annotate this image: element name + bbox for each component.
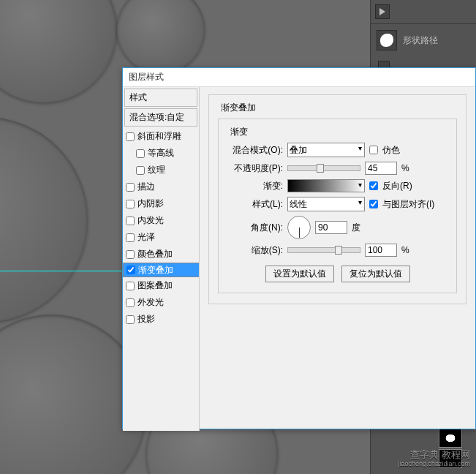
style-checkbox[interactable] [126,250,135,259]
shape-preset-icon[interactable] [377,30,397,50]
style-select[interactable]: 线性 [287,197,365,211]
gradient-overlay-group: 渐变叠加 渐变 混合模式(O): 叠加 仿色 不透明度(P): % [208,94,466,304]
style-item[interactable]: 内阴影 [123,195,199,212]
style-item-label: 外发光 [137,296,164,309]
style-item-label: 纹理 [148,164,165,176]
style-item[interactable]: 纹理 [123,162,199,178]
style-item-label: 光泽 [137,231,155,244]
style-item[interactable]: 斜面和浮雕 [123,128,199,145]
style-item[interactable]: 内发光 [123,212,199,229]
shape-circle [0,117,88,322]
blend-options-header[interactable]: 混合选项:自定 [124,108,197,127]
style-checkbox[interactable] [126,233,135,242]
layer-thumb[interactable] [439,429,462,448]
reverse-label: 反向(R) [382,180,412,192]
gradient-label: 渐变: [227,180,283,192]
style-checkbox[interactable] [136,166,145,175]
style-checkbox[interactable] [126,183,135,192]
opacity-label: 不透明度(P): [227,162,283,175]
style-checkbox[interactable] [126,200,135,208]
style-item[interactable]: 投影 [123,311,199,328]
style-item-label: 等高线 [148,147,174,159]
angle-label: 角度(N): [227,222,283,234]
angle-input[interactable] [315,221,347,234]
style-checkbox[interactable] [126,132,135,141]
styles-list: 样式 混合选项:自定 斜面和浮雕等高线纹理描边内阴影内发光光泽颜色叠加渐变叠加图… [123,87,200,431]
angle-unit: 度 [352,222,360,234]
style-checkbox[interactable] [126,266,135,274]
watermark-url: jiaocheng.chazidian.com [398,460,470,468]
style-item-label: 颜色叠加 [137,248,173,260]
layer-style-dialog: 图层样式 样式 混合选项:自定 斜面和浮雕等高线纹理描边内阴影内发光光泽颜色叠加… [122,67,476,429]
style-item-label: 内阴影 [137,198,164,210]
reverse-checkbox[interactable] [369,181,378,190]
play-icon[interactable] [375,4,390,19]
style-item-label: 投影 [137,313,155,326]
align-checkbox[interactable] [369,200,378,208]
watermark-text: 查字典 教程网 [398,449,470,461]
style-checkbox[interactable] [126,282,135,290]
shape-path-label: 形状路径 [403,34,438,47]
style-item[interactable]: 渐变叠加 [123,263,200,277]
gradient-group: 渐变 混合模式(O): 叠加 仿色 不透明度(P): % 渐变 [218,118,457,293]
scale-slider[interactable] [287,247,360,253]
shape-circle [0,0,117,102]
style-item[interactable]: 描边 [123,178,199,195]
style-item[interactable]: 光泽 [123,229,199,246]
style-item[interactable]: 图案叠加 [123,277,199,294]
reset-default-button[interactable]: 复位为默认值 [341,266,410,282]
scale-label: 缩放(S): [227,244,283,257]
options-panel: 渐变叠加 渐变 混合模式(O): 叠加 仿色 不透明度(P): % [200,87,475,431]
angle-dial[interactable] [287,216,311,239]
style-item[interactable]: 等高线 [123,145,199,162]
style-checkbox[interactable] [126,298,135,307]
section-title: 渐变叠加 [218,102,259,114]
align-label: 与图层对齐(I) [382,198,434,211]
style-item-label: 图案叠加 [137,279,173,292]
styles-header[interactable]: 样式 [124,89,197,107]
blend-mode-label: 混合模式(O): [227,144,283,157]
style-checkbox[interactable] [136,149,145,158]
watermark: 查字典 教程网 jiaocheng.chazidian.com [398,449,470,468]
opacity-unit: % [401,163,409,173]
dither-label: 仿色 [382,144,400,157]
opacity-input[interactable] [365,162,397,175]
style-checkbox[interactable] [126,315,135,324]
style-item[interactable]: 颜色叠加 [123,246,199,263]
make-default-button[interactable]: 设置为默认值 [265,266,334,282]
gradient-title: 渐变 [227,126,251,138]
gradient-swatch[interactable] [287,179,365,192]
dialog-title: 图层样式 [123,68,475,87]
style-item-label: 斜面和浮雕 [137,130,181,143]
blend-mode-select[interactable]: 叠加 [287,143,365,157]
style-item-label: 内发光 [137,214,164,227]
shape-circle [117,0,205,73]
scale-unit: % [401,245,409,255]
style-checkbox[interactable] [126,217,135,225]
style-item[interactable]: 外发光 [123,294,199,311]
style-item-label: 渐变叠加 [138,264,173,276]
style-item-label: 描边 [137,181,155,193]
scale-input[interactable] [365,244,397,257]
dither-checkbox[interactable] [369,146,378,154]
opacity-slider[interactable] [287,165,360,171]
guide-line [0,271,124,271]
style-label: 样式(L): [227,198,283,211]
